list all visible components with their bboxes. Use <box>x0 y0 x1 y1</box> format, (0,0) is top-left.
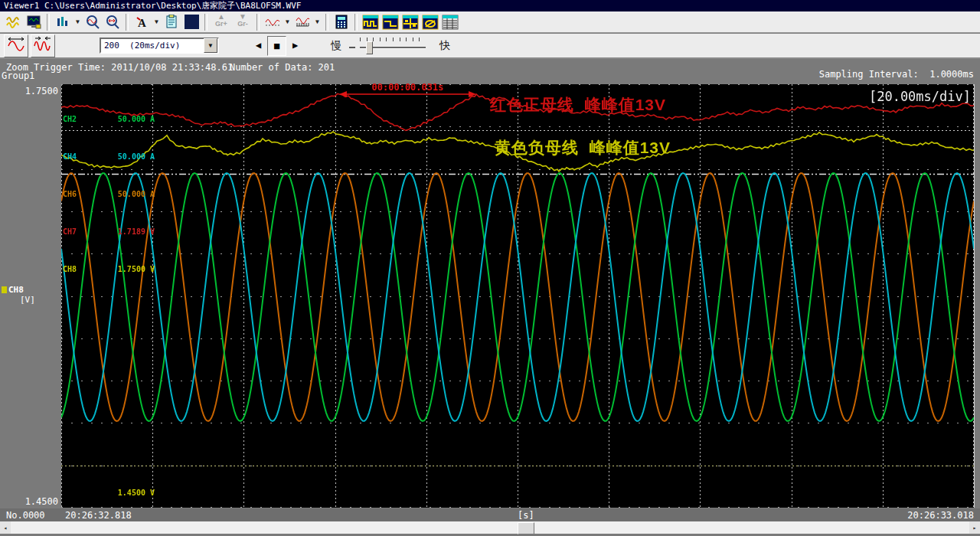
color-swatch <box>185 15 199 29</box>
combo-dropdown-button[interactable]: ▼ <box>204 38 217 53</box>
expand-horizontal-button[interactable] <box>4 34 28 57</box>
annotate-dropdown[interactable]: ▼ <box>152 13 162 31</box>
display-settings-button[interactable] <box>24 13 44 31</box>
view-list-button[interactable] <box>440 13 460 31</box>
waveform-pair-button[interactable] <box>4 13 24 31</box>
arrow-up-icon: ▲ <box>211 13 232 20</box>
channel-color-swatch <box>2 286 7 293</box>
scroll-left-button[interactable]: ◂ <box>0 521 11 534</box>
scale-axis-dropdown[interactable]: ▼ <box>312 13 322 31</box>
time-start-label: 20:26:32.818 <box>65 510 132 521</box>
data-count-label: Number of Data: 201 <box>230 62 335 73</box>
fast-label: 快 <box>439 39 450 53</box>
bottom-scale-row: 1.4500 V <box>63 489 155 498</box>
compress-horizontal-button[interactable] <box>31 34 55 57</box>
time-end-label: 20:26:33.018 <box>907 510 974 521</box>
zoom-range-value: 200 (20ms/div) <box>101 41 204 51</box>
chevron-down-icon: ▼ <box>286 18 289 25</box>
group-up-button[interactable]: ▲Gr+ <box>211 13 232 31</box>
copy-clipboard-button[interactable] <box>162 13 181 31</box>
speed-slider[interactable] <box>349 38 432 54</box>
zoom-range-select[interactable]: 200 (20ms/div) ▼ <box>100 38 219 54</box>
window-title: Viewer1 C:\Users\Administrator\Desktop\唐… <box>4 1 301 11</box>
selected-channel-indicator[interactable]: CH8 <box>2 285 24 295</box>
channel-row: CH71.7189 V <box>63 227 155 236</box>
view-quad-button[interactable] <box>400 13 420 31</box>
sampling-interval-label: Sampling Interval: 1.0000ms <box>819 69 974 80</box>
search-arrows-icon <box>105 15 120 29</box>
step-forward-icon: ▶ <box>292 40 298 51</box>
view-waveform-button[interactable] <box>361 13 381 31</box>
stop-icon: ■ <box>274 41 279 51</box>
color-swatch-button[interactable] <box>181 13 201 31</box>
channel-row: CH81.7500 V <box>63 265 155 273</box>
view-split-button[interactable] <box>381 13 400 31</box>
zoom-waveform-button[interactable] <box>83 13 103 31</box>
waveform-pair-icon <box>6 15 21 29</box>
scale-axis-icon <box>295 15 310 29</box>
viewer-window: { "window": { "title": "Viewer1 C:\\User… <box>0 0 980 536</box>
selected-channel-unit: [V] <box>20 295 35 305</box>
toolbar-separator <box>126 14 129 31</box>
chevron-down-icon: ▼ <box>209 42 213 49</box>
axis-top-label: 1.7500 <box>15 86 58 96</box>
view-split-icon <box>382 15 399 30</box>
yellow-bus-annotation: 黄色负母线 峰峰值13V <box>495 137 671 159</box>
view-xy-icon <box>422 15 439 30</box>
chevron-down-icon: ▼ <box>76 18 80 25</box>
display-monitor-icon <box>26 15 41 29</box>
main-toolbar: ▼ A ▼ ▲Gr+ ▼Gr- ▼ ▼ <box>0 11 980 33</box>
arrow-down-icon: ▼ <box>232 13 253 20</box>
stop-button[interactable]: ■ <box>267 36 286 56</box>
slow-label: 慢 <box>331 39 341 53</box>
channel-row: CH450.000 A <box>63 152 155 161</box>
slider-thumb[interactable] <box>366 41 373 54</box>
red-bus-annotation: 红色正母线 峰峰值13V <box>490 94 666 116</box>
group-label: Group1 <box>2 70 34 81</box>
toolbar-separator <box>325 14 328 31</box>
view-quad-icon <box>402 15 419 30</box>
waveform-plot[interactable]: CH250.000 A CH450.000 A CH650.000 A CH71… <box>61 84 975 508</box>
speed-control: 慢 快 <box>331 38 450 54</box>
playback-controls: ◀ ■ ▶ <box>250 36 304 56</box>
cursor-line-dropdown[interactable]: ▼ <box>283 13 292 31</box>
zoom-toolbar: 200 (20ms/div) ▼ ◀ ■ ▶ 慢 快 <box>0 34 980 59</box>
calculator-icon <box>335 15 348 29</box>
bar-graph-dropdown[interactable]: ▼ <box>73 13 83 31</box>
annotate-text-button[interactable]: A <box>132 13 152 31</box>
search-waveform-icon <box>85 15 100 29</box>
sample-number-label: No.0000 <box>6 510 45 521</box>
channel-row: CH650.000 A <box>63 190 155 198</box>
scrollbar-thumb[interactable] <box>518 522 534 534</box>
clipboard-icon <box>165 15 178 29</box>
scale-axis-button[interactable] <box>292 13 312 31</box>
step-back-icon: ◀ <box>256 40 261 51</box>
step-forward-button[interactable]: ▶ <box>286 36 304 54</box>
axis-bottom-label: 1.4500 <box>15 496 58 507</box>
bar-graph-icon <box>56 15 70 29</box>
cursor-line-icon <box>265 16 280 28</box>
interval-measurement-label: 00:00:00.031s <box>314 82 501 93</box>
chevron-down-icon: ▼ <box>315 18 319 25</box>
arrow-left-icon: ◂ <box>4 525 8 531</box>
bar-graph-button[interactable] <box>53 13 73 31</box>
title-bar[interactable]: Viewer1 C:\Users\Administrator\Desktop\唐… <box>0 0 980 11</box>
scroll-right-button[interactable]: ▸ <box>969 521 980 534</box>
zoom-range-button[interactable] <box>103 13 122 31</box>
calculator-button[interactable] <box>332 13 351 31</box>
selected-channel-label: CH8 <box>8 285 24 295</box>
toolbar-separator <box>256 14 260 31</box>
channel-scale-list: CH250.000 A CH450.000 A CH650.000 A CH71… <box>63 86 155 302</box>
group-down-button[interactable]: ▼Gr- <box>232 13 253 31</box>
status-bar: No.0000 20:26:32.818 [s] 20:26:33.018 <box>0 508 980 521</box>
expand-horizontal-icon <box>7 35 25 57</box>
step-back-button[interactable]: ◀ <box>250 36 267 54</box>
arrow-right-icon: ▸ <box>973 525 977 531</box>
view-waveform-icon <box>362 15 379 30</box>
time-per-div-label: [20.00ms/div] <box>869 89 971 104</box>
view-xy-button[interactable] <box>420 13 440 31</box>
chevron-down-icon: ▼ <box>155 18 158 25</box>
cursor-line-button[interactable] <box>263 13 283 31</box>
trigger-time-label: Zoom Trigger Time: 2011/10/08 21:33:48.6… <box>6 62 233 73</box>
horizontal-scrollbar[interactable]: ◂ ▸ <box>0 521 980 534</box>
